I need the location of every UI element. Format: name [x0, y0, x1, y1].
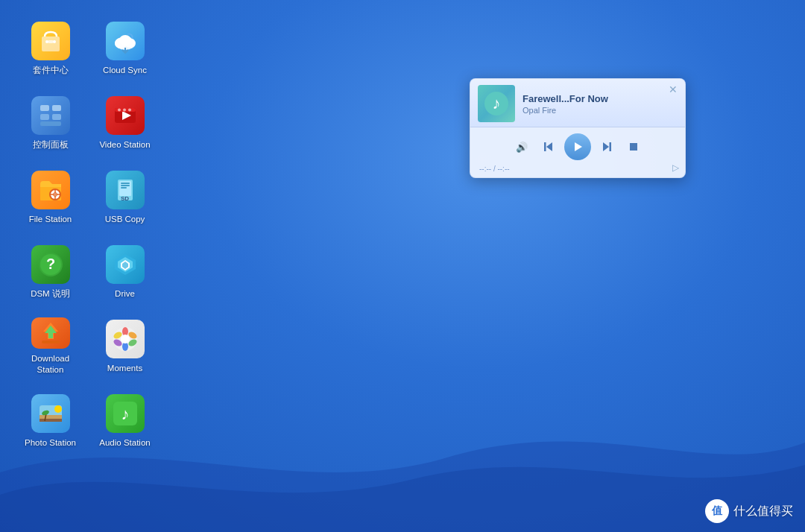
svg-rect-70 — [630, 143, 637, 151]
moments-label: Moments — [107, 363, 142, 374]
player-info: Farewell...For Now Opal Fire — [523, 93, 678, 115]
player-prev-button[interactable] — [537, 136, 560, 158]
photo-station-label: Photo Station — [25, 437, 76, 449]
sidebar-item-drive[interactable]: Drive — [89, 238, 160, 305]
svg-rect-3 — [48, 40, 54, 43]
player-controls: 🔊 — [470, 127, 685, 163]
svg-marker-68 — [603, 142, 609, 151]
cloud-sync-label: Cloud Sync — [103, 65, 147, 76]
svg-marker-65 — [546, 142, 552, 151]
svg-point-7 — [119, 35, 131, 45]
player-current-time: --:-- / --:-- — [479, 165, 510, 173]
player-progress-bar: --:-- / --:-- ▷ — [470, 163, 685, 177]
svg-text:♪: ♪ — [121, 405, 129, 423]
sidebar-item-download-station[interactable]: Download Station — [15, 313, 86, 380]
player-artist: Opal Fire — [523, 106, 678, 115]
svg-rect-66 — [544, 142, 546, 151]
player-next-button[interactable] — [596, 136, 618, 158]
video-station-label: Video Station — [99, 139, 150, 151]
usb-copy-icon: SD — [106, 171, 145, 209]
player-album-art: ♪ — [478, 85, 515, 122]
player-title: Farewell...For Now — [523, 93, 678, 104]
svg-text:♪: ♪ — [493, 94, 501, 113]
drive-label: Drive — [115, 288, 135, 300]
drive-icon — [106, 245, 145, 284]
svg-rect-12 — [40, 121, 61, 126]
svg-text:?: ? — [45, 256, 54, 272]
player-expand-button[interactable]: ▷ — [672, 162, 679, 173]
sidebar-item-dsm-help[interactable]: ? DSM 说明 — [15, 238, 86, 305]
svg-rect-11 — [52, 114, 61, 120]
svg-rect-57 — [40, 419, 62, 422]
file-station-label: File Station — [29, 214, 72, 225]
sidebar-item-usb-copy[interactable]: SD USB Copy — [89, 164, 160, 231]
watermark-text: 什么值得买 — [733, 504, 793, 519]
sidebar-item-cloud-sync[interactable]: Cloud Sync — [89, 15, 160, 82]
svg-rect-0 — [42, 37, 60, 51]
player-play-button[interactable] — [564, 133, 591, 160]
sidebar-item-control-panel[interactable]: 控制面板 — [15, 89, 86, 156]
svg-rect-28 — [121, 183, 130, 184]
watermark-logo: 值 — [705, 499, 729, 523]
sidebar-item-file-station[interactable]: File Station — [15, 164, 86, 231]
sidebar-item-moments[interactable]: Moments — [89, 313, 160, 380]
control-panel-icon — [31, 96, 70, 135]
file-station-icon — [31, 171, 70, 209]
svg-marker-43 — [45, 326, 57, 338]
desktop: 套件中心 Cloud Sync — [0, 0, 805, 532]
svg-rect-41 — [42, 341, 60, 343]
cloud-sync-icon — [106, 22, 145, 60]
suites-icon — [31, 22, 70, 60]
svg-point-17 — [123, 108, 126, 111]
player-volume-button[interactable]: 🔊 — [511, 136, 533, 158]
icons-grid: 套件中心 Cloud Sync — [15, 15, 164, 532]
sidebar-item-suites[interactable]: 套件中心 — [15, 15, 86, 82]
control-panel-label: 控制面板 — [33, 139, 69, 151]
dsm-help-label: DSM 说明 — [31, 288, 70, 300]
photo-station-icon — [31, 394, 70, 433]
svg-point-18 — [128, 108, 131, 111]
audio-station-label: Audio Station — [99, 437, 150, 449]
player-close-button[interactable]: ✕ — [667, 83, 679, 95]
svg-rect-10 — [40, 114, 49, 120]
moments-icon — [106, 320, 145, 358]
dsm-help-icon: ? — [31, 245, 70, 284]
video-station-icon — [106, 96, 145, 135]
svg-rect-8 — [40, 105, 49, 111]
audio-station-icon: ♪ — [106, 394, 145, 433]
svg-point-55 — [54, 405, 62, 413]
watermark: 值 什么值得买 — [705, 499, 793, 523]
sidebar-item-audio-station[interactable]: ♪ Audio Station — [89, 387, 160, 455]
svg-marker-67 — [575, 142, 582, 151]
suites-label: 套件中心 — [33, 65, 69, 76]
sidebar-item-video-station[interactable]: Video Station — [89, 89, 160, 156]
music-player-widget: ♪ Farewell...For Now Opal Fire ✕ 🔊 — [470, 78, 686, 178]
svg-rect-29 — [121, 185, 130, 186]
download-station-icon — [31, 317, 70, 349]
player-stop-button[interactable] — [622, 136, 645, 158]
usb-copy-label: USB Copy — [105, 214, 145, 225]
player-header: ♪ Farewell...For Now Opal Fire ✕ — [470, 79, 685, 127]
svg-rect-30 — [121, 187, 127, 189]
download-station-label: Download Station — [19, 353, 81, 376]
svg-rect-9 — [52, 105, 61, 111]
svg-rect-69 — [610, 142, 612, 151]
svg-point-16 — [118, 108, 121, 111]
svg-point-51 — [121, 335, 130, 343]
svg-text:SD: SD — [121, 195, 129, 202]
sidebar-item-photo-station[interactable]: Photo Station — [15, 387, 86, 455]
